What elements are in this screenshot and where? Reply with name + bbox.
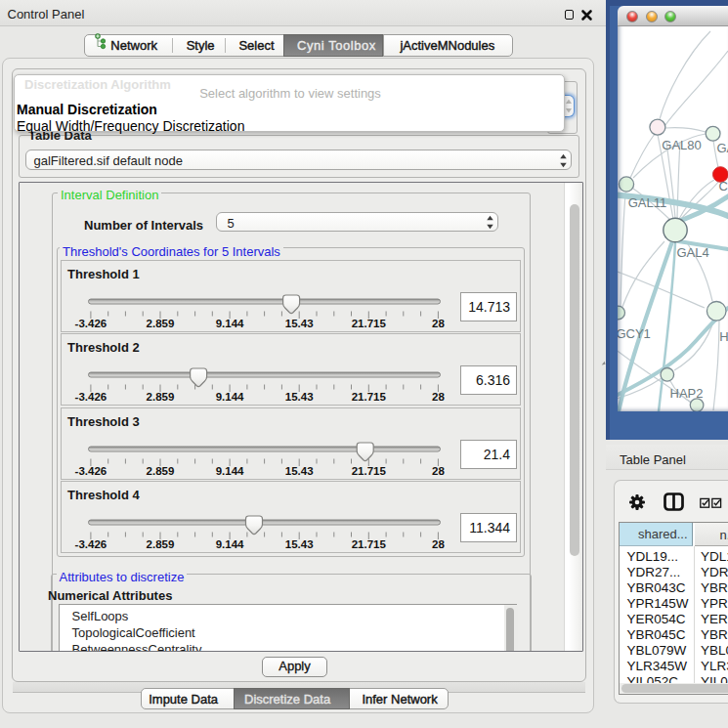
svg-text:21.715: 21.715 (352, 391, 387, 403)
svg-text:C: C (719, 179, 728, 193)
svg-text:HAP2: HAP2 (670, 386, 704, 401)
svg-text:2.859: 2.859 (147, 538, 175, 550)
svg-text:15.43: 15.43 (285, 465, 314, 477)
svg-text:9.144: 9.144 (216, 391, 244, 403)
svg-text:28: 28 (432, 465, 445, 477)
svg-text:21.715: 21.715 (352, 538, 387, 550)
svg-text:9.144: 9.144 (216, 538, 244, 550)
svg-text:15.43: 15.43 (285, 538, 314, 550)
svg-text:15.43: 15.43 (285, 318, 314, 329)
svg-text:2.859: 2.859 (147, 465, 175, 477)
svg-text:-3.426: -3.426 (75, 465, 107, 477)
svg-text:HI: HI (719, 329, 728, 344)
svg-text:28: 28 (432, 391, 445, 403)
svg-text:21.715: 21.715 (352, 318, 387, 329)
svg-text:28: 28 (432, 538, 445, 550)
svg-text:-3.426: -3.426 (75, 538, 107, 550)
svg-text:21.715: 21.715 (352, 465, 387, 477)
svg-text:15.43: 15.43 (285, 391, 314, 403)
svg-text:GA: GA (716, 141, 728, 155)
svg-text:-3.426: -3.426 (75, 391, 107, 403)
svg-text:GAL80: GAL80 (662, 138, 701, 152)
svg-text:2.859: 2.859 (147, 391, 175, 403)
svg-text:28: 28 (432, 318, 445, 329)
svg-text:2.859: 2.859 (147, 318, 175, 329)
svg-text:GAL11: GAL11 (628, 195, 667, 210)
svg-text:9.144: 9.144 (216, 318, 244, 329)
svg-text:GCY1: GCY1 (618, 326, 651, 341)
svg-text:9.144: 9.144 (216, 465, 244, 477)
svg-text:GAL4: GAL4 (676, 245, 708, 260)
svg-text:-3.426: -3.426 (75, 318, 107, 329)
